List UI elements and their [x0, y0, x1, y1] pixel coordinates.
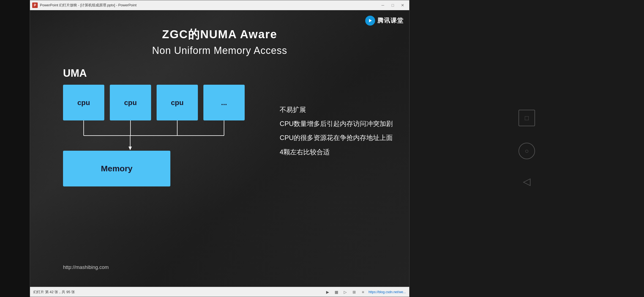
cpu-box-3: cpu: [157, 85, 198, 120]
window-controls: ─ □ ✕: [378, 2, 407, 9]
slide-title: ZGC的NUMA Aware: [47, 27, 393, 42]
slide-area: 腾讯课堂 ZGC的NUMA Aware Non Uniform Memory A…: [30, 10, 409, 287]
info-line-3: CPU的很多资源花在争抢内存地址上面: [280, 132, 393, 144]
cpu-box-1: cpu: [63, 85, 104, 120]
status-right: ▶ ▦ ▷ ⊞ ≡ https://blog.csdn.net/we...: [324, 289, 406, 295]
view-icon[interactable]: ▦: [333, 289, 340, 295]
status-bar: 幻灯片 第 42 张，共 95 张 ▶ ▦ ▷ ⊞ ≡ https://blog…: [30, 287, 409, 297]
powerpoint-icon: P: [32, 2, 38, 8]
svg-marker-7: [129, 147, 132, 150]
play-icon[interactable]: ▶: [324, 289, 331, 295]
memory-box: Memory: [63, 151, 170, 186]
minimize-button[interactable]: ─: [378, 2, 387, 9]
right-panel: □ ○ ◁: [410, 0, 644, 297]
right-panel-back-arrow[interactable]: ◁: [523, 176, 531, 187]
cpu-box-2: cpu: [110, 85, 151, 120]
cpu-box-4: ...: [203, 85, 245, 120]
slide-count: 幻灯片 第 42 张，共 95 张: [33, 290, 75, 295]
slide-url: http://mashibing.com: [63, 265, 109, 270]
status-url: https://blog.csdn.net/we...: [369, 290, 406, 294]
main-window: P PowerPoint 幻灯片放映 - [计算机组成原理.pptx] - Po…: [30, 0, 410, 297]
right-panel-square-icon[interactable]: □: [519, 110, 535, 126]
maximize-button[interactable]: □: [388, 2, 397, 9]
left-sidebar: [0, 0, 30, 297]
right-info: 不易扩展 CPU数量增多后引起内存访问冲突加剧 CPU的很多资源花在争抢内存地址…: [280, 104, 393, 158]
settings-icon[interactable]: ≡: [360, 289, 366, 295]
slide-subtitle: Non Uniform Memory Access: [47, 45, 393, 56]
info-line-1: 不易扩展: [280, 104, 393, 116]
zoom-icon[interactable]: ⊞: [351, 289, 358, 295]
title-bar: P PowerPoint 幻灯片放映 - [计算机组成原理.pptx] - Po…: [30, 0, 409, 10]
connection-area: [63, 120, 250, 151]
info-line-2: CPU数量增多后引起内存访问冲突加剧: [280, 118, 393, 130]
slide-content: ZGC的NUMA Aware Non Uniform Memory Access…: [30, 10, 409, 287]
uma-label: UMA: [63, 67, 393, 79]
title-bar-left: P PowerPoint 幻灯片放映 - [计算机组成原理.pptx] - Po…: [32, 2, 137, 8]
connection-lines: [63, 120, 250, 151]
right-panel-circle-icon: ○: [519, 143, 535, 159]
info-line-4: 4颗左右比较合适: [280, 146, 393, 158]
close-button[interactable]: ✕: [398, 2, 407, 9]
window-title: PowerPoint 幻灯片放映 - [计算机组成原理.pptx] - Powe…: [40, 3, 137, 8]
slideshow-icon[interactable]: ▷: [342, 289, 349, 295]
